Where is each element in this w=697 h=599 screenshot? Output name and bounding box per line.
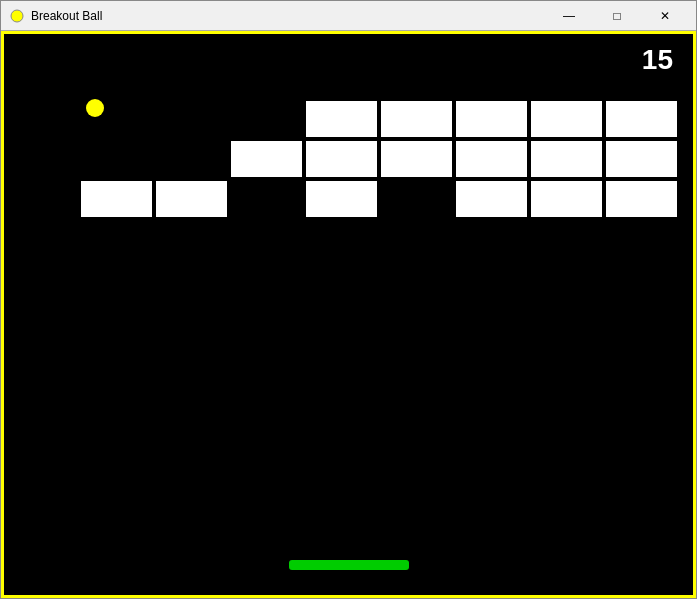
- game-area: 15: [1, 31, 696, 598]
- brick: [604, 99, 679, 139]
- brick: [229, 139, 304, 179]
- brick: [529, 179, 604, 219]
- brick: [454, 139, 529, 179]
- svg-point-0: [11, 10, 23, 22]
- brick: [379, 99, 454, 139]
- brick: [304, 139, 379, 179]
- brick: [79, 179, 154, 219]
- window-controls: — □ ✕: [546, 4, 688, 28]
- brick: [304, 179, 379, 219]
- bricks-container: [79, 99, 679, 219]
- brick-empty: [79, 99, 154, 139]
- title-bar: Breakout Ball — □ ✕: [1, 1, 696, 31]
- brick-empty: [229, 99, 304, 139]
- brick: [604, 139, 679, 179]
- brick-row-2: [79, 139, 679, 179]
- brick-row-1: [79, 99, 679, 139]
- paddle: [289, 560, 409, 570]
- minimize-button[interactable]: —: [546, 4, 592, 28]
- brick: [304, 99, 379, 139]
- brick: [529, 99, 604, 139]
- brick-empty: [79, 139, 154, 179]
- window-title: Breakout Ball: [31, 9, 546, 23]
- app-icon: [9, 8, 25, 24]
- main-window: Breakout Ball — □ ✕ 15: [0, 0, 697, 599]
- brick-row-3: [79, 179, 679, 219]
- brick: [529, 139, 604, 179]
- brick: [379, 139, 454, 179]
- close-button[interactable]: ✕: [642, 4, 688, 28]
- score-display: 15: [642, 44, 673, 76]
- brick-empty: [154, 139, 229, 179]
- brick-empty: [229, 179, 304, 219]
- brick-empty: [379, 179, 454, 219]
- brick: [154, 179, 229, 219]
- brick: [604, 179, 679, 219]
- brick-empty: [154, 99, 229, 139]
- brick: [454, 99, 529, 139]
- brick: [454, 179, 529, 219]
- maximize-button[interactable]: □: [594, 4, 640, 28]
